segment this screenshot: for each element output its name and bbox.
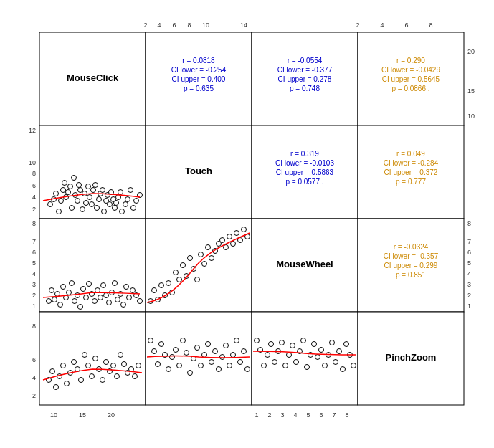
svg-point-181 xyxy=(245,367,250,372)
svg-point-120 xyxy=(220,238,225,243)
svg-point-81 xyxy=(84,295,89,300)
left-axis-label: 6 xyxy=(32,182,36,189)
right-axis-label: 5 xyxy=(467,259,471,267)
svg-point-108 xyxy=(177,277,182,282)
svg-point-191 xyxy=(287,353,292,358)
top-axis-label: 8 xyxy=(187,22,191,29)
bottom-axis-label: 3 xyxy=(280,411,284,419)
svg-point-116 xyxy=(206,245,211,250)
left-axis-label: 4 xyxy=(32,194,36,201)
svg-point-203 xyxy=(330,340,335,345)
top-axis-label: 4 xyxy=(380,22,384,29)
svg-point-129 xyxy=(50,369,55,374)
svg-point-54 xyxy=(108,202,113,207)
corr-r1c4-p: p = 0.0866 . xyxy=(391,85,429,92)
svg-point-26 xyxy=(57,209,62,214)
svg-point-58 xyxy=(114,201,119,206)
svg-point-154 xyxy=(148,338,153,343)
svg-point-207 xyxy=(344,342,349,347)
label-touch: Touch xyxy=(185,166,212,176)
svg-point-169 xyxy=(202,353,207,358)
left-axis-label: 6 xyxy=(32,249,36,256)
svg-point-197 xyxy=(308,353,313,358)
svg-point-105 xyxy=(166,281,171,286)
left-axis-label: 10 xyxy=(29,159,36,166)
bottom-axis-label: 7 xyxy=(332,411,336,419)
svg-point-82 xyxy=(87,282,92,287)
svg-point-113 xyxy=(195,277,200,282)
svg-point-205 xyxy=(337,349,342,354)
svg-point-200 xyxy=(319,348,324,353)
svg-point-193 xyxy=(294,360,299,365)
svg-point-37 xyxy=(77,183,82,188)
bottom-axis-label: 5 xyxy=(306,411,310,419)
svg-point-72 xyxy=(58,302,63,308)
svg-point-73 xyxy=(61,285,66,290)
svg-point-132 xyxy=(61,363,66,368)
corr-r3c4-ci-lower: CI lower = -0.357 xyxy=(384,252,439,260)
right-axis-label: 15 xyxy=(467,87,475,95)
top-axis-label: 6 xyxy=(404,22,408,29)
svg-point-170 xyxy=(206,342,211,347)
svg-point-66 xyxy=(134,199,139,204)
svg-point-75 xyxy=(67,290,72,295)
svg-point-165 xyxy=(188,371,193,376)
svg-point-99 xyxy=(138,299,143,304)
corr-r3c4-p: p = 0.851 xyxy=(396,271,426,279)
svg-point-135 xyxy=(72,360,77,365)
svg-point-174 xyxy=(220,355,225,360)
svg-point-171 xyxy=(209,360,214,365)
left-axis-label: 4 xyxy=(32,270,36,277)
corr-r2c4-ci-upper: CI upper = 0.372 xyxy=(384,168,438,176)
svg-point-192 xyxy=(290,343,295,348)
svg-point-60 xyxy=(118,190,123,195)
top-axis-label: 14 xyxy=(240,22,247,29)
corr-r1c2-p: p = 0.635 xyxy=(184,85,214,92)
svg-point-139 xyxy=(86,363,91,368)
svg-point-146 xyxy=(111,363,116,368)
svg-point-84 xyxy=(92,299,98,304)
left-axis-label: 7 xyxy=(32,238,36,245)
svg-point-76 xyxy=(70,281,75,286)
svg-point-88 xyxy=(104,293,109,298)
svg-point-79 xyxy=(78,305,83,310)
svg-point-137 xyxy=(79,378,84,383)
svg-point-185 xyxy=(265,353,270,358)
svg-point-77 xyxy=(72,299,77,304)
svg-point-31 xyxy=(66,190,71,195)
bottom-axis-label: 4 xyxy=(293,411,297,419)
svg-point-97 xyxy=(130,288,136,293)
svg-point-190 xyxy=(283,363,288,368)
bottom-axis-label: 8 xyxy=(345,411,348,419)
svg-point-141 xyxy=(93,356,98,361)
bottom-axis-label: 20 xyxy=(108,411,115,419)
right-axis-label: 7 xyxy=(467,238,471,245)
svg-point-78 xyxy=(75,293,80,298)
svg-rect-21 xyxy=(252,312,358,405)
bottom-axis-label: 1 xyxy=(255,411,258,419)
top-axis-label: 8 xyxy=(429,22,432,29)
corr-r1c3-r: r = -0.0554 xyxy=(288,57,323,65)
corr-r3c4-ci-upper: CI upper = 0.299 xyxy=(384,262,438,270)
svg-point-124 xyxy=(234,231,239,236)
svg-point-86 xyxy=(98,295,103,300)
svg-point-28 xyxy=(61,188,66,193)
svg-point-209 xyxy=(351,363,356,368)
svg-point-161 xyxy=(174,348,179,353)
svg-point-175 xyxy=(224,343,229,348)
svg-rect-20 xyxy=(146,312,252,405)
corr-r1c3-ci-lower: CI lower = -0.377 xyxy=(277,66,333,74)
left-axis-label: 3 xyxy=(32,281,36,288)
svg-point-57 xyxy=(113,206,118,211)
bottom-axis-label: 2 xyxy=(267,411,271,419)
svg-point-103 xyxy=(159,283,164,288)
svg-point-143 xyxy=(100,378,105,383)
bottom-axis-label: 15 xyxy=(79,411,86,419)
left-axis-label: 8 xyxy=(32,323,36,330)
top-axis-label: 6 xyxy=(172,22,176,29)
corr-r2c3-r: r = 0.319 xyxy=(290,150,319,158)
left-axis-label: 8 xyxy=(32,170,36,177)
right-axis-label: 20 xyxy=(467,48,475,55)
svg-point-62 xyxy=(123,202,128,207)
left-axis-label: 4 xyxy=(32,374,36,381)
